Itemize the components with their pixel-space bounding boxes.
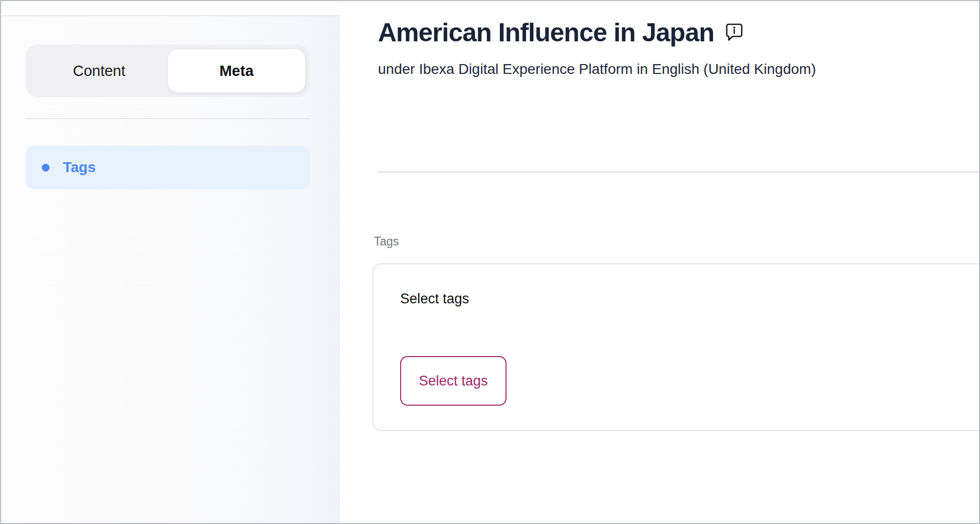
sidebar-divider: [26, 118, 310, 119]
active-dot-icon: [42, 164, 50, 172]
info-tooltip-icon[interactable]: [725, 23, 743, 42]
tags-field-box: Select tags Select tags: [373, 264, 980, 431]
meta-sidebar: Content Meta Tags: [1, 1, 340, 523]
page-header: American Influence in Japan: [378, 18, 743, 48]
sidebar-item-tags[interactable]: Tags: [26, 146, 310, 189]
tags-field-label: Tags: [374, 235, 399, 249]
main-divider: [378, 172, 979, 173]
main-content: American Influence in Japan under Ibexa …: [340, 1, 979, 523]
content-edit-screen: Content Meta Tags American Influence in …: [0, 0, 980, 524]
select-tags-label: Select tags: [400, 291, 469, 307]
sidebar-item-label: Tags: [63, 159, 96, 176]
tab-meta[interactable]: Meta: [168, 49, 305, 93]
sidebar-top-strip: [1, 1, 340, 16]
tab-content[interactable]: Content: [30, 49, 168, 93]
page-subtitle: under Ibexa Digital Experience Platform …: [378, 59, 816, 80]
page-title: American Influence in Japan: [378, 18, 714, 48]
content-meta-tab-switcher: Content Meta: [26, 44, 310, 97]
select-tags-button[interactable]: Select tags: [400, 356, 507, 406]
